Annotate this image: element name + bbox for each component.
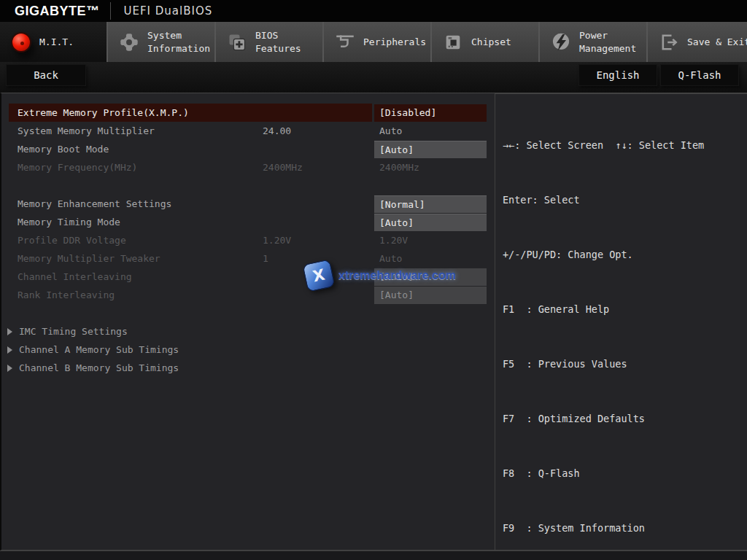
top-brand-bar: GIGABYTE™ UEFI DualBIOS [0, 0, 747, 22]
watermark-text: xtremehardware.com [338, 269, 456, 282]
setting-label: Memory Enhancement Settings [9, 195, 263, 213]
setting-mid-value [263, 104, 372, 122]
setting-mid-value: 24.00 [263, 122, 372, 140]
submenu-triangle-icon [7, 328, 12, 335]
setting-mid-value [263, 213, 372, 231]
setting-label: Channel Interleaving [9, 268, 263, 286]
setting-label: Memory Boot Mode [9, 140, 263, 158]
setting-value: 1.20V [374, 232, 487, 249]
setting-label: Memory Multiplier Tweaker [9, 249, 263, 268]
tab-system-information[interactable]: System Information [107, 22, 214, 62]
tab-save-exit[interactable]: Save & Exit [646, 22, 747, 62]
help-panel: →←: Select Screen ↑↓: Select Item Enter:… [495, 93, 747, 550]
chipset-chip-icon [442, 31, 464, 53]
sub-toolbar: Back English Q-Flash [0, 62, 747, 93]
tab-label: Save & Exit [687, 36, 747, 49]
watermark: X xtremehardware.com [305, 262, 456, 289]
submenu-channel-b-timings[interactable]: Channel B Memory Sub Timings [7, 359, 495, 377]
setting-row-memory-enhancement[interactable]: Memory Enhancement Settings [Normal] [9, 195, 489, 213]
tab-chipset[interactable]: Chipset [430, 22, 538, 62]
tab-mit[interactable]: M.I.T. [0, 22, 107, 62]
key-legend-line: F8 : Q-Flash [503, 464, 740, 483]
brand-separator [110, 2, 111, 20]
content-area: Extreme Memory Profile(X.M.P.) [Disabled… [0, 93, 747, 551]
setting-value[interactable]: [Auto] [374, 141, 487, 158]
key-legend-line: F7 : Optimized Defaults [503, 410, 740, 428]
setting-value[interactable]: [Normal] [374, 195, 487, 213]
setting-value[interactable]: Auto [374, 122, 487, 140]
submenu-triangle-icon [7, 346, 12, 354]
setting-mid-value [263, 195, 372, 213]
mit-red-dot-icon [10, 31, 32, 53]
setting-mid-value: 1.20V [263, 231, 372, 249]
setting-value[interactable]: [Disabled] [374, 104, 487, 122]
setting-row-memory-boot-mode[interactable]: Memory Boot Mode [Auto] [9, 140, 489, 158]
qflash-button[interactable]: Q-Flash [660, 64, 739, 86]
tab-label: Peripherals [363, 36, 430, 49]
setting-label: Memory Frequency(MHz) [9, 158, 263, 176]
submenu-triangle-icon [7, 365, 12, 372]
key-legend-line: F1 : General Help [503, 300, 740, 319]
setting-row-profile-ddr-voltage: Profile DDR Voltage 1.20V 1.20V [9, 231, 489, 249]
firmware-title: UEFI DualBIOS [124, 4, 213, 18]
setting-mid-value [263, 140, 372, 158]
tab-label: Chipset [471, 36, 538, 49]
tab-bios-features[interactable]: BIOS Features [214, 22, 322, 62]
setting-row-memory-multiplier[interactable]: System Memory Multiplier 24.00 Auto [9, 122, 489, 140]
setting-label: Extreme Memory Profile(X.M.P.) [9, 104, 263, 122]
setting-label: Rank Interleaving [9, 286, 263, 304]
key-legend: →←: Select Screen ↑↓: Select Item Enter:… [495, 94, 747, 560]
setting-mid-value: 2400MHz [263, 158, 372, 176]
setting-label: Memory Timing Mode [9, 213, 263, 231]
gigabyte-logo: GIGABYTE™ [15, 4, 100, 19]
key-legend-line: Enter: Select [503, 191, 740, 209]
save-exit-door-icon [658, 31, 680, 53]
setting-value: 2400MHz [374, 159, 487, 176]
key-legend-line: →←: Select Screen ↑↓: Select Item [503, 136, 740, 155]
watermark-x-icon: X [302, 259, 335, 292]
tab-power-management[interactable]: Power Management [538, 22, 646, 62]
tab-peripherals[interactable]: Peripherals [322, 22, 430, 62]
setting-row-memory-frequency: Memory Frequency(MHz) 2400MHz 2400MHz [9, 158, 489, 176]
submenu-imc-timing[interactable]: IMC Timing Settings [7, 322, 495, 341]
tab-bar: M.I.T. System Information BIOS Features [0, 22, 747, 62]
setting-label: System Memory Multiplier [9, 122, 263, 140]
bios-features-icon [226, 31, 248, 53]
key-legend-line: +/-/PU/PD: Change Opt. [503, 246, 740, 264]
gear-icon [118, 31, 140, 53]
language-button[interactable]: English [578, 64, 657, 86]
key-legend-line: F5 : Previous Values [503, 355, 740, 373]
tab-label: M.I.T. [39, 36, 107, 49]
submenu-label: IMC Timing Settings [19, 326, 128, 337]
setting-row-xmp[interactable]: Extreme Memory Profile(X.M.P.) [Disabled… [9, 104, 489, 122]
power-lightning-icon [550, 31, 572, 53]
submenu-label: Channel A Memory Sub Timings [19, 344, 179, 355]
submenu-channel-a-timings[interactable]: Channel A Memory Sub Timings [7, 341, 495, 359]
row-gap [1, 176, 495, 195]
settings-panel: Extreme Memory Profile(X.M.P.) [Disabled… [1, 93, 495, 550]
setting-value[interactable]: [Auto] [374, 214, 487, 231]
tab-label: Power Management [579, 29, 646, 55]
setting-row-memory-timing-mode[interactable]: Memory Timing Mode [Auto] [9, 213, 489, 231]
back-button[interactable]: Back [6, 64, 86, 86]
submenu-label: Channel B Memory Sub Timings [19, 362, 179, 373]
key-legend-line: F9 : System Information [503, 519, 740, 537]
peripherals-plug-icon [334, 31, 356, 53]
tab-label: BIOS Features [255, 29, 322, 55]
setting-label: Profile DDR Voltage [9, 231, 263, 249]
tab-label: System Information [147, 29, 214, 55]
row-gap [1, 304, 495, 322]
